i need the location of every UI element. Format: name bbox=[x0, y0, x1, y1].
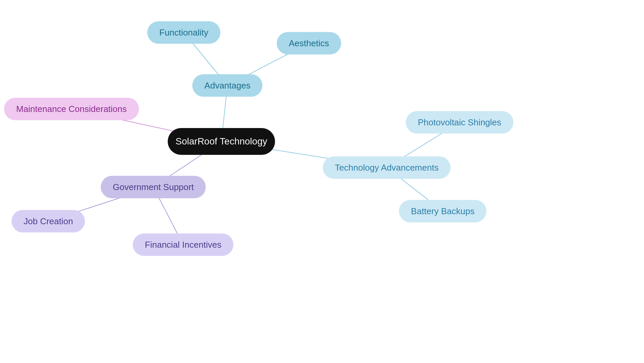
financial-label: Financial Incentives bbox=[145, 240, 221, 250]
advantages-label: Advantages bbox=[204, 80, 250, 91]
govt-support-node[interactable]: Government Support bbox=[101, 176, 206, 198]
center-label: SolarRoof Technology bbox=[175, 136, 267, 147]
center-node[interactable]: SolarRoof Technology bbox=[168, 128, 275, 155]
functionality-node[interactable]: Functionality bbox=[147, 21, 220, 44]
maintenance-label: Maintenance Considerations bbox=[16, 104, 127, 114]
tech-advancements-node[interactable]: Technology Advancements bbox=[323, 157, 450, 179]
aesthetics-node[interactable]: Aesthetics bbox=[277, 32, 341, 55]
battery-node[interactable]: Battery Backups bbox=[399, 200, 486, 223]
pv-shingles-node[interactable]: Photovoltaic Shingles bbox=[406, 111, 514, 134]
pv-shingles-label: Photovoltaic Shingles bbox=[418, 117, 501, 128]
battery-label: Battery Backups bbox=[411, 206, 474, 217]
aesthetics-label: Aesthetics bbox=[289, 38, 329, 49]
functionality-label: Functionality bbox=[159, 27, 208, 38]
govt-support-label: Government Support bbox=[113, 182, 194, 192]
job-creation-label: Job Creation bbox=[23, 216, 73, 227]
advantages-node[interactable]: Advantages bbox=[192, 74, 262, 97]
tech-advancements-label: Technology Advancements bbox=[335, 163, 438, 173]
job-creation-node[interactable]: Job Creation bbox=[11, 210, 85, 233]
financial-node[interactable]: Financial Incentives bbox=[133, 234, 233, 256]
maintenance-node[interactable]: Maintenance Considerations bbox=[4, 98, 139, 120]
